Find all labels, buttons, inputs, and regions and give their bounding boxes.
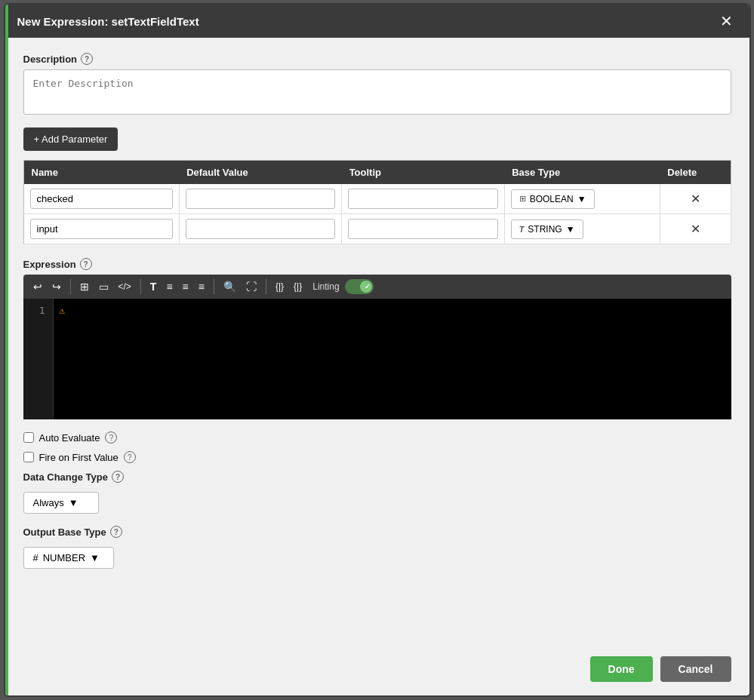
data-change-type-help-icon[interactable]: ? bbox=[112, 471, 124, 483]
col-header-basetype: Base Type bbox=[504, 161, 660, 185]
output-base-type-help-icon[interactable]: ? bbox=[110, 526, 122, 538]
boolean-icon: ⊞ bbox=[519, 194, 526, 204]
string-icon: T bbox=[519, 225, 525, 234]
editor-toolbar: ↩ ↪ ⊞ ▭ </> T ≡ ≡ ≡ 🔍 ⛶ {|} {|} bbox=[23, 275, 731, 299]
output-base-type-section: Output Base Type ? # NUMBER ▼ bbox=[23, 526, 731, 569]
undo-button[interactable]: ↩ bbox=[29, 278, 46, 295]
auto-evaluate-checkbox[interactable] bbox=[23, 432, 34, 443]
dialog-header: New Expression: setTextFieldText ✕ bbox=[5, 5, 749, 38]
output-base-type-dropdown[interactable]: # NUMBER ▼ bbox=[23, 547, 114, 569]
fire-on-first-value-checkbox[interactable] bbox=[23, 452, 34, 462]
table-row: T STRING ▼ ✕ bbox=[23, 214, 731, 244]
open-braces-button[interactable]: {|} bbox=[272, 279, 288, 294]
line-number: 1 bbox=[31, 305, 45, 316]
toggle-check-icon: ✓ bbox=[365, 283, 371, 290]
col-header-delete: Delete bbox=[660, 161, 731, 185]
dialog-footer: Done Cancel bbox=[5, 646, 749, 695]
dialog: New Expression: setTextFieldText ✕ Descr… bbox=[4, 3, 751, 697]
expression-editor: ↩ ↪ ⊞ ▭ </> T ≡ ≡ ≡ 🔍 ⛶ {|} {|} bbox=[23, 275, 731, 419]
data-change-section: Data Change Type ? Always ▼ bbox=[23, 471, 731, 514]
add-parameter-button[interactable]: + Add Parameter bbox=[23, 127, 118, 151]
param-name-cell bbox=[23, 214, 179, 244]
col-header-default: Default Value bbox=[179, 161, 342, 185]
output-type-arrow: ▼ bbox=[90, 552, 100, 563]
data-change-type-arrow: ▼ bbox=[69, 497, 78, 508]
param-tooltip-cell bbox=[342, 184, 505, 214]
table-row: ⊞ BOOLEAN ▼ ✕ bbox=[23, 184, 731, 214]
param-basetype-cell: T STRING ▼ bbox=[504, 214, 660, 244]
dropdown-arrow-2: ▼ bbox=[566, 224, 575, 235]
output-type-icon: # bbox=[33, 552, 38, 563]
linting-label: Linting bbox=[312, 281, 339, 292]
expression-help-icon[interactable]: ? bbox=[80, 258, 92, 270]
align-center-button[interactable]: ≡ bbox=[179, 278, 192, 295]
description-label: Description ? bbox=[23, 53, 731, 65]
delete-param-button-2[interactable]: ✕ bbox=[686, 220, 705, 238]
close-button[interactable]: ✕ bbox=[716, 12, 737, 30]
dropdown-arrow-1: ▼ bbox=[577, 194, 586, 204]
param-default-input-2[interactable] bbox=[186, 219, 336, 239]
param-basetype-select-2[interactable]: T STRING ▼ bbox=[511, 220, 583, 239]
options-section: Auto Evaluate ? Fire on First Value ? bbox=[23, 431, 731, 463]
toolbar-divider-1 bbox=[70, 279, 71, 294]
align-left-button[interactable]: ≡ bbox=[162, 278, 176, 295]
output-base-type-label: Output Base Type ? bbox=[23, 526, 731, 538]
search-button[interactable]: 🔍 bbox=[220, 278, 240, 295]
insert-inline-button[interactable]: ▭ bbox=[95, 278, 112, 295]
col-header-name: Name bbox=[23, 161, 179, 185]
data-change-type-value: Always bbox=[33, 497, 64, 508]
code-view-button[interactable]: </> bbox=[115, 279, 135, 294]
done-button[interactable]: Done bbox=[590, 656, 653, 682]
fire-on-first-value-label: Fire on First Value bbox=[39, 452, 118, 463]
auto-evaluate-label: Auto Evaluate bbox=[39, 432, 100, 444]
param-basetype-cell: ⊞ BOOLEAN ▼ bbox=[504, 184, 660, 214]
fullscreen-button[interactable]: ⛶ bbox=[242, 278, 260, 295]
linting-toggle[interactable]: ✓ bbox=[345, 279, 374, 294]
auto-evaluate-row: Auto Evaluate ? bbox=[23, 431, 731, 444]
data-change-type-label: Data Change Type ? bbox=[23, 471, 731, 483]
col-header-tooltip: Tooltip bbox=[342, 161, 505, 185]
description-input[interactable] bbox=[23, 69, 731, 115]
param-name-input-2[interactable] bbox=[30, 219, 173, 239]
left-accent bbox=[5, 5, 8, 695]
expression-section: Expression ? ↩ ↪ ⊞ ▭ </> T ≡ ≡ ≡ bbox=[23, 258, 731, 419]
output-type-value: NUMBER bbox=[43, 552, 85, 563]
param-default-cell bbox=[179, 214, 342, 244]
redo-button[interactable]: ↪ bbox=[48, 278, 65, 295]
dialog-body: Description ? + Add Parameter Name Defau… bbox=[5, 38, 749, 646]
fire-on-first-value-row: Fire on First Value ? bbox=[23, 451, 731, 463]
param-default-cell bbox=[179, 184, 342, 214]
code-area[interactable]: ⚠ bbox=[54, 299, 731, 419]
parameters-table: Name Default Value Tooltip Base Type Del… bbox=[23, 160, 731, 244]
param-tooltip-cell bbox=[342, 214, 505, 244]
param-basetype-select-1[interactable]: ⊞ BOOLEAN ▼ bbox=[511, 189, 595, 209]
param-name-cell bbox=[23, 184, 179, 214]
toolbar-divider-4 bbox=[266, 279, 266, 294]
delete-param-button-1[interactable]: ✕ bbox=[686, 190, 705, 207]
bold-button[interactable]: T bbox=[146, 278, 161, 295]
auto-evaluate-help-icon[interactable]: ? bbox=[105, 431, 117, 444]
warning-icon: ⚠ bbox=[60, 305, 66, 316]
close-braces-button[interactable]: {|} bbox=[290, 279, 306, 294]
param-default-input-1[interactable] bbox=[186, 189, 336, 209]
toolbar-divider-2 bbox=[140, 279, 141, 294]
param-name-input-1[interactable] bbox=[30, 189, 173, 209]
basetype-label-1: BOOLEAN bbox=[530, 194, 574, 204]
basetype-label-2: STRING bbox=[528, 224, 562, 235]
table-header-row: Name Default Value Tooltip Base Type Del… bbox=[23, 161, 731, 185]
toolbar-divider-3 bbox=[214, 279, 214, 294]
fire-on-first-value-help-icon[interactable]: ? bbox=[124, 451, 136, 463]
description-help-icon[interactable]: ? bbox=[81, 53, 93, 65]
data-change-type-dropdown[interactable]: Always ▼ bbox=[23, 492, 99, 514]
param-tooltip-input-1[interactable] bbox=[348, 189, 498, 209]
align-right-button[interactable]: ≡ bbox=[195, 278, 208, 295]
param-delete-cell: ✕ bbox=[660, 184, 731, 214]
expression-label: Expression ? bbox=[23, 258, 731, 270]
line-numbers: 1 bbox=[23, 299, 54, 419]
insert-block-button[interactable]: ⊞ bbox=[76, 278, 93, 295]
param-delete-cell: ✕ bbox=[660, 214, 731, 244]
param-tooltip-input-2[interactable] bbox=[348, 219, 498, 239]
code-editor[interactable]: 1 ⚠ bbox=[23, 299, 731, 419]
dialog-title: New Expression: setTextFieldText bbox=[17, 15, 199, 28]
cancel-button[interactable]: Cancel bbox=[660, 656, 731, 682]
